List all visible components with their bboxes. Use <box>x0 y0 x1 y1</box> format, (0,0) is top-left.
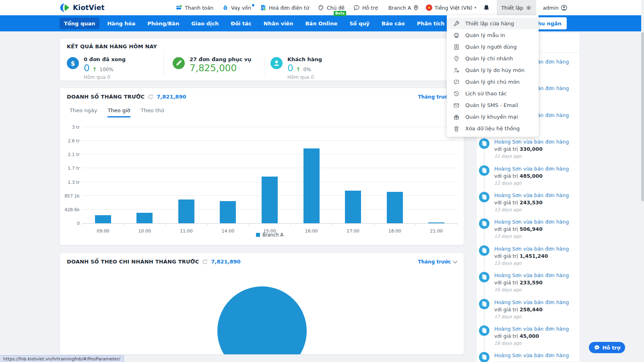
stat-value-row: 0↑0% <box>287 63 322 73</box>
nav-item-4[interactable]: Đối tác <box>226 18 256 29</box>
sales-chart-card: DOANH SỐ THÁNG TRƯỚC 7,821,890 Tháng trư… <box>60 88 464 245</box>
axis-tick <box>457 223 458 225</box>
feed-item: Hoàng Sơn vừa bán đơn hàngvới giá trị 50… <box>479 218 580 245</box>
feed-item-time: 11 days ago <box>494 154 569 159</box>
nav-item-1[interactable]: Hàng hóa <box>103 18 140 29</box>
feed-item-title[interactable]: Hoàng Sơn vừa bán đơn hàng <box>494 218 569 225</box>
bar-14:00[interactable] <box>220 201 236 223</box>
bar-15:00[interactable] <box>262 177 278 223</box>
feed-item-title[interactable]: Hoàng Sơn vừa bán đơn hàng <box>494 272 569 279</box>
scrollbar-thumb[interactable] <box>641 32 644 201</box>
top-link-label: Vay vốn <box>231 5 251 11</box>
top-link-payment[interactable]: Thanh toán <box>176 4 213 11</box>
feed-item-title[interactable]: Hoàng Sơn vừa bán đơn hàng <box>494 138 569 145</box>
user-label: admin <box>543 5 559 11</box>
stat-value: 0 <box>287 63 293 73</box>
feed-item-title[interactable]: Hoàng Sơn vừa bán đơn hàng <box>494 165 569 172</box>
bar-18:00[interactable] <box>387 192 403 223</box>
stat-label: 27 đơn đang phục vụ <box>190 56 252 62</box>
feed-item-title[interactable]: Hoàng Sơn vừa bán đơn hàng <box>494 192 569 199</box>
person-stat-icon <box>270 57 283 69</box>
feed-item-title[interactable]: Hoàng Sơn vừa bán đơn hàng <box>494 325 569 332</box>
bar-10:00[interactable] <box>136 213 153 223</box>
branch-period-label: Tháng trước <box>418 259 451 265</box>
sales-chart-header: DOANH SỐ THÁNG TRƯỚC 7,821,890 Tháng trư… <box>67 94 457 100</box>
feed-item-time: 13 days ago <box>494 207 569 212</box>
feed-item-title[interactable]: Hoàng Sơn vừa bán đơn hàng <box>494 352 569 359</box>
menu-item-4[interactable]: Quản lý lý do hủy món <box>447 64 539 76</box>
top-link-label: Hỗ trợ <box>362 5 378 11</box>
branch-pin-icon <box>453 56 460 62</box>
menu-item-5[interactable]: Quản lý ghi chú món <box>447 76 539 88</box>
y-tick-label: 3 tr <box>61 125 80 130</box>
nav-item-5[interactable]: Nhân viên <box>259 18 298 29</box>
stat-compare: Hôm qua 0 <box>287 74 322 80</box>
chart-legend[interactable]: Branch A <box>82 232 457 238</box>
top-link-support-bubble[interactable]: Hỗ trợ <box>353 4 378 11</box>
sales-total: 7,821,890 <box>157 94 186 100</box>
bar-09:00[interactable] <box>95 215 111 223</box>
feed-item-content: Hoàng Sơn vừa bán đơn hàngvới giá trị 48… <box>494 165 569 192</box>
branch-selector[interactable]: Branch A <box>388 5 419 11</box>
invoice-icon <box>479 138 489 149</box>
top-link-loan[interactable]: $Vay vốn <box>222 4 251 11</box>
nav-item-8[interactable]: Báo cáo <box>377 18 409 29</box>
bar-16:00[interactable] <box>303 148 320 223</box>
feed-item-value: với giá trị 1,451,240 <box>494 252 569 260</box>
user-doc-icon <box>453 44 460 50</box>
menu-item-6[interactable]: Lịch sử thao tác <box>447 88 539 99</box>
top-links: Thanh toán$Vay vốnHoá đơn điện tửChủ đềB… <box>176 4 378 11</box>
pie-chart[interactable] <box>217 286 307 355</box>
nav-item-6[interactable]: Bán Online <box>301 18 342 29</box>
feed-item-content: Hoàng Sơn vừa bán đơn hàngvới giá trị 33… <box>494 138 569 165</box>
menu-item-0[interactable]: Thiết lập cửa hàng <box>447 18 539 29</box>
refresh-icon[interactable] <box>148 94 153 100</box>
bar-11:00[interactable] <box>178 200 194 223</box>
nav-item-0[interactable]: Tổng quan <box>60 18 99 29</box>
menu-item-1[interactable]: Quản lý mẫu in <box>447 29 539 41</box>
printer-icon <box>453 32 460 39</box>
payment-icon <box>176 4 182 11</box>
nav-item-3[interactable]: Giao dịch <box>187 18 223 29</box>
today-results-card: KẾT QUẢ BÁN HÀNG HÔM NAY $0 đơn đã xong0… <box>60 38 464 81</box>
legend-swatch <box>256 233 260 237</box>
tab-2[interactable]: Theo thứ <box>141 107 164 117</box>
top-link-theme[interactable]: Chủ đềBeta <box>318 4 345 11</box>
nav-item-2[interactable]: Phòng/Bàn <box>143 18 184 29</box>
support-chat-button[interactable]: Hỗ trợ <box>589 342 625 353</box>
settings-menu-toggle[interactable]: Thiết lập <box>497 0 536 15</box>
menu-item-label: Quản lý người dùng <box>465 44 517 50</box>
up-arrow-icon: ↑ <box>93 66 97 72</box>
user-menu[interactable]: admin <box>543 4 568 11</box>
branch-period-selector[interactable]: Tháng trước <box>418 259 457 265</box>
tab-0[interactable]: Theo ngày <box>70 107 97 117</box>
tab-1[interactable]: Theo giờ <box>107 107 130 117</box>
chevron-down-icon: ▾ <box>475 6 477 10</box>
bar-21:00[interactable] <box>428 222 444 223</box>
feed-item-time: 13 days ago <box>494 261 569 266</box>
feed-item-title[interactable]: Hoàng Sơn vừa bán đơn hàng <box>494 245 569 252</box>
stat-content: 27 đơn đang phục vụ7,825,000 <box>190 56 252 76</box>
nav-item-7[interactable]: Sổ quỹ <box>345 18 374 29</box>
theme-icon <box>318 4 324 11</box>
feed-item-title[interactable]: Hoàng Sơn vừa bán đơn hàng <box>494 299 569 306</box>
menu-item-7[interactable]: Quản lý SMS - Email <box>447 99 539 111</box>
refresh-icon[interactable] <box>202 259 208 265</box>
menu-item-8[interactable]: Quản lý khuyến mại <box>447 111 539 123</box>
invoice-icon <box>479 245 489 256</box>
top-link-einvoice[interactable]: Hoá đơn điện tử <box>260 4 309 11</box>
invoice-icon <box>479 325 489 336</box>
notifications-bell-icon[interactable] <box>483 4 490 11</box>
y-tick-label: 0 <box>61 221 80 226</box>
bar-17:00[interactable] <box>345 191 361 223</box>
menu-item-2[interactable]: Quản lý người dùng <box>447 41 539 53</box>
kiotviet-logo[interactable]: KiotViet <box>60 3 105 12</box>
feed-item-time: 17 days ago <box>494 314 569 319</box>
main-nav-items: Tổng quanHàng hóaPhòng/BànGiao dịchĐối t… <box>60 18 507 29</box>
nav-item-9[interactable]: Phân tích <box>413 18 449 29</box>
gear-icon <box>526 5 532 11</box>
menu-item-3[interactable]: Quản lý chi nhánh <box>447 53 539 64</box>
menu-item-9[interactable]: Xóa dữ liệu hệ thống <box>447 123 539 134</box>
axis-tick <box>165 223 166 225</box>
language-selector[interactable]: ★ Tiếng Việt (VN) ▾ <box>426 4 476 11</box>
